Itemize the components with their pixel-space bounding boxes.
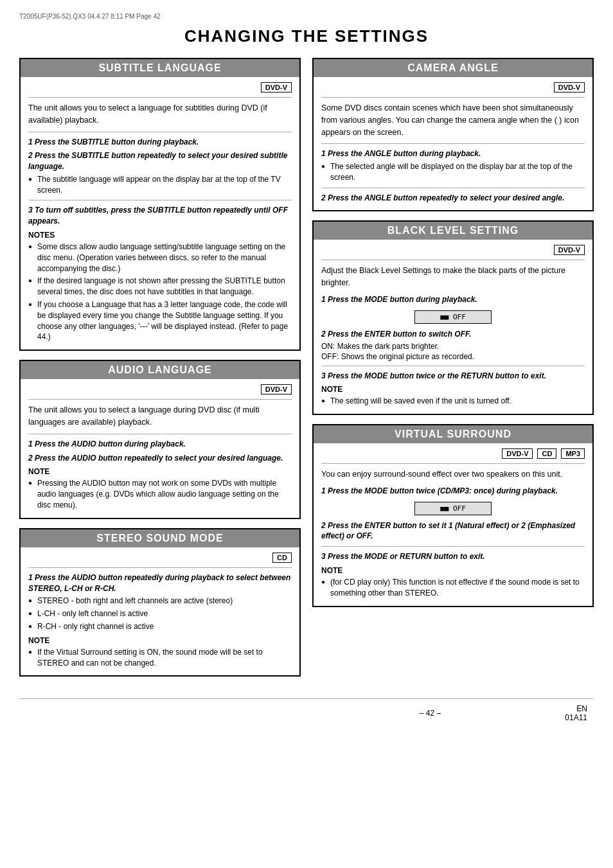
audio-language-header: AUDIO LANGUAGE (21, 361, 299, 379)
black-level-dvdv-badge: DVD-V (554, 245, 585, 255)
footer-code: 01A11 (565, 713, 587, 722)
left-column: SUBTITLE LANGUAGE DVD-V The unit allows … (19, 58, 301, 686)
camera-note1: The selected angle will be displayed on … (321, 161, 585, 183)
subtitle-intro: The unit allows you to select a language… (28, 102, 292, 127)
camera-dvdv-badge: DVD-V (554, 82, 585, 93)
stereo-bullet-c: R-CH - only right channel is active (28, 621, 292, 632)
subtitle-language-header: SUBTITLE LANGUAGE (21, 59, 299, 77)
black-level-intro: Adjust the Black Level Settings to make … (321, 265, 585, 289)
audio-badge-row: DVD-V (28, 384, 292, 394)
subtitle-language-content: DVD-V The unit allows you to select a la… (21, 77, 299, 350)
camera-step1: 1 Press the ANGLE button during playback… (321, 148, 585, 159)
stereo-note-label: NOTE (28, 636, 292, 645)
black-level-note-a: The setting will be saved even if the un… (321, 396, 585, 407)
audio-step2: 2 Press the AUDIO button repeatedly to s… (28, 453, 292, 464)
virtual-dvdv-badge: DVD-V (502, 448, 533, 459)
virtual-badge-row: DVD-V CD MP3 (321, 448, 585, 459)
black-level-step1: 1 Press the MODE button during playback. (321, 294, 585, 305)
black-level-off: OFF: Shows the original picture as recor… (321, 352, 585, 361)
stereo-cd-badge: CD (272, 553, 292, 563)
subtitle-note-b: If the desired language is not shown aft… (28, 276, 292, 297)
page: T2005UF(P36-52).QX3 04.4.27 8:11 PM Page… (0, 0, 613, 868)
audio-language-section: AUDIO LANGUAGE DVD-V The unit allows you… (19, 360, 301, 518)
subtitle-badge-row: DVD-V (28, 82, 292, 93)
stereo-bullet-b: L-CH - only left channel is active (28, 608, 292, 619)
audio-step1: 1 Press the AUDIO button during playback… (28, 439, 292, 450)
camera-angle-header: CAMERA ANGLE (314, 59, 592, 77)
virtual-surround-section: VIRTUAL SURROUND DVD-V CD MP3 You can en… (312, 424, 594, 607)
camera-intro: Some DVD discs contain scenes which have… (321, 102, 585, 138)
stereo-step1: 1 Press the AUDIO button repeatedly duri… (28, 572, 292, 594)
virtual-intro: You can enjoy surround-sound effect over… (321, 468, 585, 481)
virtual-step2: 2 Press the ENTER button to set it 1 (Na… (321, 520, 585, 542)
black-level-lcd: ■■ OFF (414, 310, 492, 324)
subtitle-step2: 2 Press the SUBTITLE button repeatedly t… (28, 150, 292, 172)
page-footer: – 42 – EN 01A11 (19, 698, 594, 722)
black-level-header: BLACK LEVEL SETTING (314, 222, 592, 240)
virtual-note-label: NOTE (321, 566, 585, 575)
stereo-note-a: If the Virtual Surround setting is ON, t… (28, 647, 292, 669)
stereo-bullet-a: STEREO - both right and left channels ar… (28, 596, 292, 607)
stereo-sound-header: STEREO SOUND MODE (21, 529, 299, 547)
footer-right: EN 01A11 (565, 704, 587, 722)
stereo-sound-content: CD 1 Press the AUDIO button repeatedly d… (21, 547, 299, 676)
two-col-layout: SUBTITLE LANGUAGE DVD-V The unit allows … (19, 58, 594, 686)
black-level-note-label: NOTE (321, 385, 585, 394)
page-title: CHANGING THE SETTINGS (19, 26, 594, 46)
right-column: CAMERA ANGLE DVD-V Some DVD discs contai… (312, 58, 594, 686)
black-level-step2: 2 Press the ENTER button to switch OFF. (321, 329, 585, 340)
audio-note-label: NOTE (28, 467, 292, 476)
footer-en: EN (576, 704, 587, 713)
virtual-step3: 3 Press the MODE or RETURN button to exi… (321, 551, 585, 562)
subtitle-note1: The subtitle language will appear on the… (28, 174, 292, 196)
virtual-lcd: ■■ OFF (414, 502, 492, 515)
meta-line: T2005UF(P36-52).QX3 04.4.27 8:11 PM Page… (19, 13, 594, 20)
subtitle-step1: 1 Press the SUBTITLE button during playb… (28, 137, 292, 148)
virtual-step1: 1 Press the MODE button twice (CD/MP3: o… (321, 486, 585, 497)
subtitle-language-section: SUBTITLE LANGUAGE DVD-V The unit allows … (19, 58, 301, 351)
camera-angle-section: CAMERA ANGLE DVD-V Some DVD discs contai… (312, 58, 594, 211)
virtual-mp3-badge: MP3 (561, 448, 585, 459)
virtual-surround-header: VIRTUAL SURROUND (314, 425, 592, 443)
subtitle-note-c: If you choose a Language that has a 3 le… (28, 299, 292, 342)
black-level-badge-row: DVD-V (321, 245, 585, 255)
black-level-content: DVD-V Adjust the Black Level Settings to… (314, 240, 592, 414)
subtitle-note-a: Some discs allow audio language setting/… (28, 242, 292, 274)
stereo-badge-row: CD (28, 553, 292, 563)
audio-intro: The unit allows you to select a language… (28, 404, 292, 429)
audio-dvdv-badge: DVD-V (261, 384, 292, 394)
virtual-cd-badge: CD (537, 448, 556, 459)
black-level-on: ON: Makes the dark parts brighter. (321, 342, 585, 351)
camera-badge-row: DVD-V (321, 82, 585, 93)
subtitle-step3: 3 To turn off subtitles, press the SUBTI… (28, 205, 292, 227)
stereo-sound-section: STEREO SOUND MODE CD 1 Press the AUDIO b… (19, 528, 301, 677)
black-level-section: BLACK LEVEL SETTING DVD-V Adjust the Bla… (312, 220, 594, 415)
audio-note-a: Pressing the AUDIO button may not work o… (28, 478, 292, 510)
camera-step2: 2 Press the ANGLE button repeatedly to s… (321, 193, 585, 204)
virtual-note-a: (for CD play only) This function is not … (321, 577, 585, 599)
black-level-step3: 3 Press the MODE button twice or the RET… (321, 371, 585, 382)
footer-center: – 42 – (296, 709, 565, 718)
virtual-surround-content: DVD-V CD MP3 You can enjoy surround-soun… (314, 443, 592, 606)
subtitle-dvdv-badge: DVD-V (261, 82, 292, 93)
camera-angle-content: DVD-V Some DVD discs contain scenes whic… (314, 77, 592, 210)
subtitle-notes-label: NOTES (28, 231, 292, 240)
audio-language-content: DVD-V The unit allows you to select a la… (21, 379, 299, 517)
